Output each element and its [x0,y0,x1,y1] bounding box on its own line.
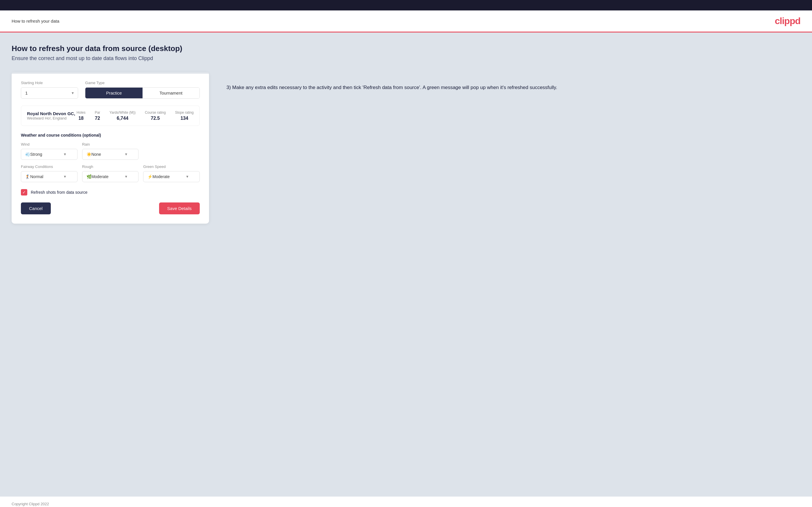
rough-select[interactable]: 🌿 Moderate ▼ [82,171,139,182]
top-fields: Starting Hole 1 ▼ Game Type Practice Tou… [21,80,200,99]
wind-label: Wind [21,142,78,147]
slope-rating-label: Slope rating [175,111,194,115]
wind-select[interactable]: 💨 Strong ▼ [21,149,78,160]
green-speed-icon: ⚡ [148,174,152,179]
course-info: Royal North Devon GC, Westward Ho!, Engl… [27,111,77,120]
par-value: 72 [95,116,100,121]
game-type-toggle: Practice Tournament [85,87,200,99]
game-type-label: Game Type [85,80,200,85]
slope-rating-value: 134 [175,116,194,121]
save-button[interactable]: Save Details [159,203,200,214]
fairway-select[interactable]: 🏌️ Normal ▼ [21,171,78,182]
green-speed-chevron-icon: ▼ [186,175,189,179]
page-subheading: Ensure the correct and most up to date d… [12,55,800,61]
copyright: Copyright Clippd 2022 [12,502,49,506]
card-top-strip [12,72,209,74]
stat-course-rating: Course rating 72.5 [145,111,166,121]
refresh-checkbox[interactable]: ✓ [21,189,27,195]
header: How to refresh your data clippd [0,10,812,33]
logo: clippd [775,16,800,26]
card: Starting Hole 1 ▼ Game Type Practice Tou… [12,72,209,224]
main-content: How to refresh your data from source (de… [0,33,812,497]
refresh-label: Refresh shots from data source [31,190,87,194]
yards-label: Yards/White (M)) [109,111,136,115]
rain-select[interactable]: ☀️ None ▼ [82,149,139,160]
conditions-row-1: Wind 💨 Strong ▼ Rain ☀️ None ▼ [21,142,200,160]
page-heading: How to refresh your data from source (de… [12,44,800,53]
rain-chevron-icon: ▼ [124,152,128,156]
content-area: Starting Hole 1 ▼ Game Type Practice Tou… [12,72,800,224]
button-row: Cancel Save Details [21,203,200,214]
course-rating-value: 72.5 [145,116,166,121]
starting-hole-value: 1 [25,91,28,96]
fairway-value: Normal [30,174,43,179]
rain-icon: ☀️ [87,152,92,157]
game-type-field: Game Type Practice Tournament [85,80,200,99]
holes-value: 18 [77,116,86,121]
course-rating-label: Course rating [145,111,166,115]
course-location: Westward Ho!, England [27,116,77,120]
rough-value: Moderate [92,174,109,179]
yards-value: 6,744 [109,116,136,121]
rough-icon: 🌿 [87,174,92,179]
header-title: How to refresh your data [12,18,59,23]
rough-field: Rough 🌿 Moderate ▼ [82,164,139,182]
wind-value: Strong [30,152,42,157]
stat-holes: Holes 18 [77,111,86,121]
chevron-down-icon: ▼ [71,91,74,95]
conditions-row-2: Fairway Conditions 🏌️ Normal ▼ Rough 🌿 M… [21,164,200,182]
refresh-checkbox-row: ✓ Refresh shots from data source [21,189,200,195]
top-bar [0,0,812,10]
green-speed-value: Moderate [152,174,169,179]
course-name: Royal North Devon GC, [27,111,77,116]
green-speed-select[interactable]: ⚡ Moderate ▼ [143,171,200,182]
starting-hole-label: Starting Hole [21,80,78,85]
fairway-icon: 🏌️ [25,174,30,179]
rain-field: Rain ☀️ None ▼ [82,142,139,160]
fairway-label: Fairway Conditions [21,164,78,169]
footer: Copyright Clippd 2022 [0,497,812,507]
rough-chevron-icon: ▼ [124,175,128,179]
practice-button[interactable]: Practice [85,88,142,98]
fairway-chevron-icon: ▼ [63,175,67,179]
wind-icon: 💨 [25,152,30,157]
rain-label: Rain [82,142,139,147]
par-label: Par [95,111,100,115]
stat-par: Par 72 [95,111,100,121]
course-stats: Holes 18 Par 72 Yards/White (M)) 6,744 C… [77,111,194,121]
tournament-button[interactable]: Tournament [143,88,199,98]
fairway-field: Fairway Conditions 🏌️ Normal ▼ [21,164,78,182]
starting-hole-field: Starting Hole 1 ▼ [21,80,78,99]
sidebar-text: 3) Make any extra edits necessary to the… [226,72,800,92]
rough-label: Rough [82,164,139,169]
stat-yards: Yards/White (M)) 6,744 [109,111,136,121]
green-speed-field: Green Speed ⚡ Moderate ▼ [143,164,200,182]
wind-chevron-icon: ▼ [63,152,67,156]
cancel-button[interactable]: Cancel [21,203,51,214]
conditions-title: Weather and course conditions (optional) [21,133,200,137]
starting-hole-select[interactable]: 1 ▼ [21,87,78,99]
spacer [143,142,200,160]
stat-slope-rating: Slope rating 134 [175,111,194,121]
rain-value: None [92,152,101,157]
course-row: Royal North Devon GC, Westward Ho!, Engl… [21,106,200,126]
holes-label: Holes [77,111,86,115]
wind-field: Wind 💨 Strong ▼ [21,142,78,160]
green-speed-label: Green Speed [143,164,200,169]
